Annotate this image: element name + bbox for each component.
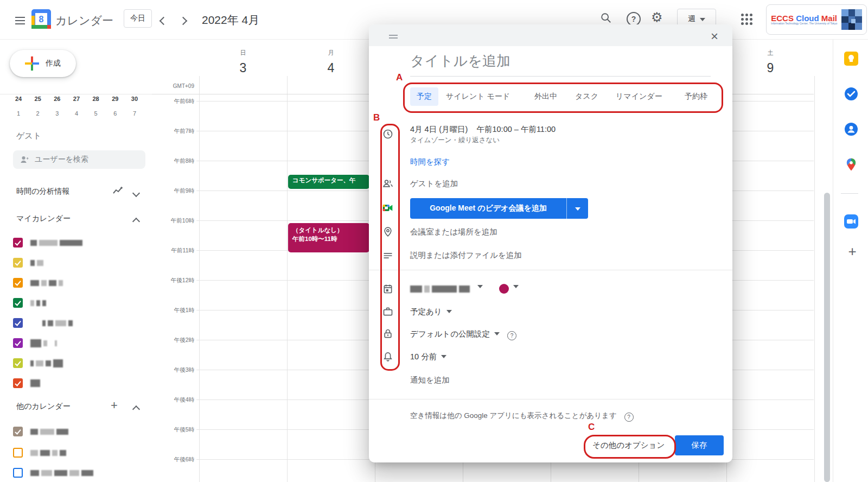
calendar-checkbox[interactable] <box>13 338 23 348</box>
calendar-checkbox[interactable] <box>13 258 23 268</box>
prev-week-icon[interactable] <box>161 16 167 26</box>
event-time-range[interactable]: 午前10:00 – 午前11:00 <box>476 125 556 134</box>
day-number-sat[interactable]: 9 <box>754 61 787 75</box>
timezone-recurrence-row[interactable]: タイムゾーン・繰り返さない <box>410 136 500 145</box>
mini-day[interactable]: 6 <box>108 110 122 121</box>
event-title-input[interactable]: タイトルを追加 <box>410 52 711 77</box>
mini-day[interactable]: 3 <box>50 110 63 121</box>
dialog-titlebar[interactable] <box>369 24 732 46</box>
event-date[interactable]: 4月 4日 (月曜日) <box>410 125 468 134</box>
redacted-calendar-name <box>30 240 82 246</box>
save-button[interactable]: 保存 <box>675 435 724 455</box>
add-notification-link[interactable]: 通知を追加 <box>410 375 450 385</box>
my-calendar-row[interactable] <box>13 257 149 269</box>
event-color-dot[interactable] <box>499 284 509 294</box>
contacts-icon[interactable] <box>844 122 858 136</box>
day-header-mon: 月 <box>315 49 347 57</box>
close-icon[interactable]: × <box>711 30 718 43</box>
calendar-logo-icon[interactable]: 8 <box>31 9 51 31</box>
mini-day[interactable]: 25 <box>31 96 44 106</box>
find-time-link[interactable]: 時間を探す <box>410 157 450 167</box>
event-common-supporter[interactable]: コモンサポーター、午 <box>288 175 369 189</box>
event-datetime-row[interactable]: 4月 4日 (月曜日) 午前10:00 – 午前11:00 <box>410 124 556 135</box>
calendar-checkbox[interactable] <box>13 238 23 248</box>
tab-focus-time[interactable]: サイレント モード <box>446 92 510 102</box>
mini-day[interactable]: 2 <box>31 110 44 121</box>
hour-label: 午前9時 <box>152 187 196 195</box>
my-calendar-row[interactable] <box>13 237 149 249</box>
mini-day[interactable]: 30 <box>128 96 141 106</box>
add-location-field[interactable]: 会議室または場所を追加 <box>410 227 497 237</box>
drag-handle-icon[interactable] <box>389 33 398 40</box>
calendar-checkbox[interactable] <box>13 358 23 368</box>
calendar-checkbox-unchecked[interactable] <box>13 468 23 478</box>
mini-day[interactable]: 27 <box>70 96 83 106</box>
settings-gear-icon[interactable]: ⚙ <box>651 10 663 25</box>
account-badge[interactable]: ECCS Cloud Mail Information Technology C… <box>766 4 867 35</box>
event-no-title[interactable]: （タイトルなし） 午前10時〜11時 <box>288 223 369 252</box>
calendar-checkbox[interactable] <box>13 378 23 388</box>
search-icon[interactable] <box>600 12 612 24</box>
add-other-calendar-icon[interactable]: + <box>111 398 118 413</box>
day-number-mon[interactable]: 4 <box>315 61 347 75</box>
add-meet-button[interactable]: Google Meet のビデオ会議を追加 <box>410 198 588 219</box>
mini-calendar-week-row: 24 25 26 27 28 29 30 <box>12 96 141 106</box>
google-apps-grid-icon[interactable] <box>741 14 752 25</box>
vertical-scrollbar[interactable] <box>824 193 830 482</box>
visibility-help-icon[interactable]: ? <box>507 331 516 340</box>
mini-day[interactable]: 7 <box>128 110 141 121</box>
calendar-checkbox[interactable] <box>13 298 23 308</box>
footer-note-text: 空き情報は他の Google アプリにも表示されることがあります <box>410 411 617 420</box>
insights-chevron-down-icon[interactable] <box>133 188 139 198</box>
notification-dropdown[interactable]: 10 分前 <box>410 352 446 362</box>
mini-day[interactable]: 5 <box>90 110 103 121</box>
visibility-dropdown[interactable]: デフォルトの公開設定 ? <box>410 329 516 339</box>
my-calendar-row[interactable] <box>13 337 149 349</box>
meet-options-dropdown[interactable] <box>567 206 588 212</box>
mini-day[interactable]: 1 <box>12 110 25 121</box>
mini-day[interactable]: 26 <box>50 96 63 106</box>
my-calendar-row[interactable] <box>13 297 149 309</box>
tasks-icon[interactable] <box>844 87 858 101</box>
mini-day[interactable]: 4 <box>70 110 83 121</box>
maps-icon[interactable] <box>844 157 858 172</box>
my-calendar-row[interactable] <box>13 377 149 389</box>
calendar-owner-row[interactable] <box>410 284 519 294</box>
my-calendar-row[interactable] <box>13 357 149 369</box>
other-calendars-chevron-up-icon[interactable] <box>133 404 139 414</box>
busy-dropdown[interactable]: 予定あり <box>410 307 452 317</box>
keep-icon[interactable] <box>844 52 858 66</box>
tab-out-of-office[interactable]: 外出中 <box>534 92 557 102</box>
zoom-icon[interactable] <box>844 214 858 229</box>
other-calendar-row[interactable] <box>13 426 149 437</box>
side-panel-divider <box>833 39 833 482</box>
day-number-sun[interactable]: 3 <box>227 61 259 75</box>
calendar-checkbox[interactable] <box>13 427 23 436</box>
tab-reminder[interactable]: リマインダー <box>616 92 662 102</box>
my-calendar-row[interactable] <box>13 277 149 289</box>
calendar-checkbox-unchecked[interactable] <box>13 448 23 458</box>
today-button[interactable]: 今日 <box>124 9 152 28</box>
other-calendar-row[interactable] <box>13 447 149 459</box>
next-week-icon[interactable] <box>180 16 186 26</box>
footer-help-icon[interactable]: ? <box>624 413 634 422</box>
my-calendars-chevron-up-icon[interactable] <box>133 217 139 226</box>
mini-day[interactable]: 24 <box>12 96 25 106</box>
get-addons-icon[interactable]: + <box>845 244 859 258</box>
create-button[interactable]: 作成 <box>10 50 76 77</box>
calendar-checkbox[interactable] <box>13 318 23 328</box>
other-calendar-row[interactable] <box>13 467 149 479</box>
mini-day[interactable]: 29 <box>108 96 122 106</box>
search-users-input[interactable]: ユーザーを検索 <box>13 150 145 169</box>
avatar[interactable] <box>841 9 862 30</box>
tab-task[interactable]: タスク <box>575 92 598 102</box>
more-options-button[interactable]: その他のオプション <box>592 440 665 451</box>
tab-event[interactable]: 予定 <box>410 87 438 106</box>
my-calendar-row[interactable] <box>13 317 149 329</box>
main-menu-icon[interactable] <box>15 15 25 27</box>
mini-day[interactable]: 28 <box>90 96 103 106</box>
add-description-field[interactable]: 説明または添付ファイルを追加 <box>410 250 522 261</box>
tab-appointment-slots[interactable]: 予約枠 <box>685 92 707 102</box>
calendar-checkbox[interactable] <box>13 278 23 288</box>
add-guests-field[interactable]: ゲストを追加 <box>410 179 458 189</box>
